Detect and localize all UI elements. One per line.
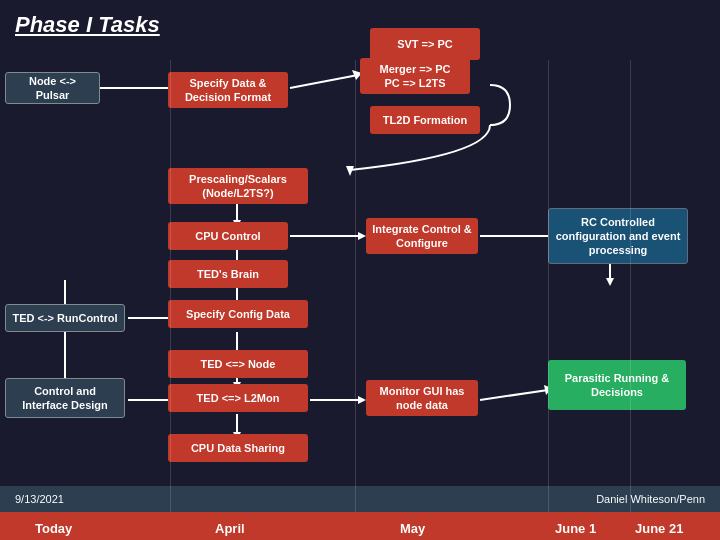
node-pulsar-box: Node <-> Pulsar [5,72,100,104]
integrate-box: Integrate Control & Configure [366,218,478,254]
teds-run-box: TED <-> RunControl [5,304,125,332]
parasitic-box: Parasitic Running & Decisions [548,360,686,410]
rc-controlled-box: RC Controlled configuration and event pr… [548,208,688,264]
cpu-control-box: CPU Control [168,222,288,250]
specify-config-box: Specify Config Data [168,300,308,328]
timeline-april: April [215,521,245,536]
slide: Phase I Tasks [0,0,720,540]
control-interface-box: Control and Interface Design [5,378,125,418]
svg-marker-8 [358,232,366,240]
timeline-june21: June 21 [635,521,683,536]
cpu-data-box: CPU Data Sharing [168,434,308,462]
monitor-gui-box: Monitor GUI has node data [366,380,478,416]
footer-author: Daniel Whiteson/Penn [596,493,705,505]
specify-data-box: Specify Data & Decision Format [168,72,288,108]
svg-line-19 [480,390,548,400]
teds-brain-box: TED's Brain [168,260,288,288]
timeline-june1: June 1 [555,521,596,536]
svg-marker-12 [606,278,614,286]
ted-l2mon-box: TED <=> L2Mon [168,384,308,412]
footer-date: 9/13/2021 [15,493,64,505]
footer-bar: 9/13/2021 Daniel Whiteson/Penn [0,486,720,512]
divider-1 [170,60,171,512]
divider-4 [630,60,631,512]
timeline-today: Today [35,521,72,536]
divider-2 [355,60,356,512]
svg-marker-18 [358,396,366,404]
slide-title: Phase I Tasks [15,12,160,38]
timeline-bar: Today April May June 1 June 21 [0,512,720,540]
timeline-may: May [400,521,425,536]
tl2d-box: TL2D Formation [370,106,480,134]
divider-3 [548,60,549,512]
svg-line-2 [290,75,358,88]
merger-box: Merger => PC PC => L2TS [360,58,470,94]
svg-marker-6 [346,166,354,176]
svt-pc-box: SVT => PC [370,28,480,60]
ted-node-box: TED <=> Node [168,350,308,378]
prescaling-box: Prescaling/Scalars (Node/L2TS?) [168,168,308,204]
